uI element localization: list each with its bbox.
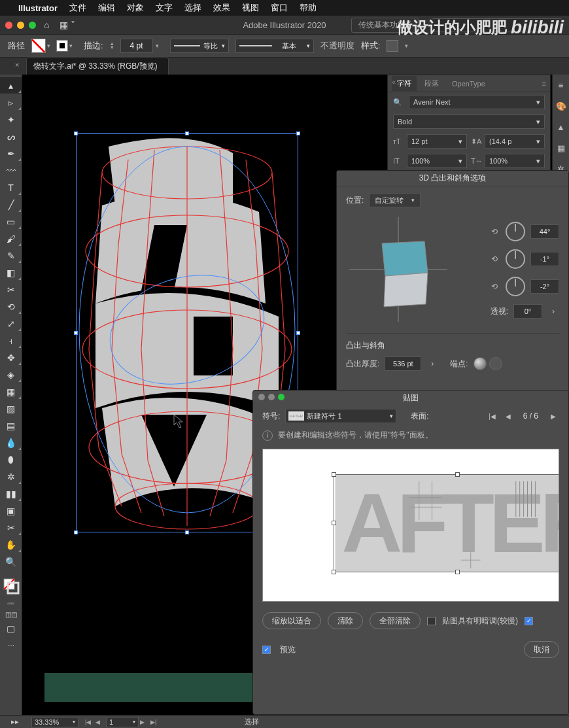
home-icon[interactable]: ⌂ xyxy=(44,20,49,30)
rotate-x-input[interactable]: 44° xyxy=(530,224,559,239)
brushes-panel-icon[interactable]: ▦ xyxy=(553,140,569,156)
artboard-prev[interactable]: ◀ xyxy=(95,719,105,725)
font-style-combo[interactable]: Bold▾ xyxy=(393,114,545,129)
mapped-symbol-bbox[interactable]: AFTER xyxy=(334,474,559,572)
fill-stroke-proxy[interactable] xyxy=(0,575,22,597)
eraser-tool[interactable]: ◧ xyxy=(0,264,22,281)
surface-next-button[interactable]: ▶ xyxy=(547,410,559,422)
graphic-style-swatch[interactable] xyxy=(387,40,398,52)
menu-object[interactable]: 对象 xyxy=(127,2,144,14)
artboard-first[interactable]: |◀ xyxy=(85,719,94,725)
panel-menu-icon[interactable]: ≡ xyxy=(542,80,546,88)
tab-paragraph[interactable]: 段落 xyxy=(419,76,444,91)
perspective-more-icon[interactable]: › xyxy=(547,305,559,317)
map-art-preview[interactable]: AFTER xyxy=(262,449,559,602)
menu-type[interactable]: 文字 xyxy=(156,2,173,14)
horizontal-scale-input[interactable]: 100%▾ xyxy=(485,154,545,168)
brush-definition[interactable]: 基本▾ xyxy=(235,39,314,53)
pencil-tool[interactable]: ✎ xyxy=(0,247,22,264)
opacity-label[interactable]: 不透明度 xyxy=(320,40,354,52)
cap-off-button[interactable] xyxy=(489,357,502,370)
scissors-tool[interactable]: ✂ xyxy=(0,281,22,298)
screen-mode[interactable]: ▢ xyxy=(0,620,22,636)
fill-swatch[interactable] xyxy=(31,39,46,53)
menu-window[interactable]: 窗口 xyxy=(271,2,288,14)
eyedropper-tool[interactable]: 💧 xyxy=(0,434,22,451)
type-tool[interactable]: T xyxy=(0,179,22,196)
cap-on-button[interactable] xyxy=(474,357,487,370)
artboard-tool[interactable]: ▣ xyxy=(0,502,22,519)
shade-artwork-checkbox[interactable] xyxy=(427,617,436,625)
mesh-tool[interactable]: ▨ xyxy=(0,400,22,417)
curvature-tool[interactable]: 〰 xyxy=(0,162,22,179)
rotate-z-dial[interactable] xyxy=(506,277,525,296)
paintbrush-tool[interactable]: 🖌 xyxy=(0,230,22,247)
selection-tool[interactable]: ▴ xyxy=(0,77,22,94)
rotate-tool[interactable]: ⟲ xyxy=(0,298,22,315)
free-transform-tool[interactable]: ✥ xyxy=(0,349,22,366)
rotate-y-dial[interactable] xyxy=(506,249,525,269)
map-max-button[interactable] xyxy=(278,394,284,400)
symbol-sprayer-tool[interactable]: ✲ xyxy=(0,468,22,485)
scale-tool[interactable]: ⤢ xyxy=(0,315,22,332)
width-tool[interactable]: ⫞ xyxy=(0,332,22,349)
zoom-level-select[interactable]: 33.33%▾ xyxy=(31,717,78,727)
stroke-swatch[interactable] xyxy=(56,40,68,52)
map-min-button[interactable] xyxy=(268,394,275,400)
artboard-last[interactable]: ▶| xyxy=(150,719,160,725)
color-panel-icon[interactable]: 🎨 xyxy=(553,98,569,114)
depth-more-icon[interactable]: › xyxy=(426,358,438,370)
pen-tool[interactable]: ✒ xyxy=(0,145,22,162)
hand-tool[interactable]: ✋ xyxy=(0,536,22,553)
artboard-next[interactable]: ▶ xyxy=(140,719,149,725)
rectangle-tool[interactable]: ▭ xyxy=(0,213,22,230)
leading-input[interactable]: (14.4 p▾ xyxy=(485,134,545,148)
stroke-weight-input[interactable]: 4 pt xyxy=(120,39,153,53)
cancel-button[interactable]: 取消 xyxy=(524,641,559,658)
window-maximize-button[interactable] xyxy=(29,22,36,29)
window-close-button[interactable] xyxy=(5,22,12,29)
menu-app[interactable]: Illustrator xyxy=(18,3,58,13)
vertical-scale-input[interactable]: 100%▾ xyxy=(407,154,467,168)
font-family-combo[interactable]: Avenir Next▾ xyxy=(409,95,545,109)
tab-opentype[interactable]: OpenType xyxy=(447,77,491,90)
invisible-geometry-checkbox[interactable]: ✓ xyxy=(525,617,533,625)
menu-file[interactable]: 文件 xyxy=(69,2,86,14)
color-mode-row[interactable]: ▫▫▫ xyxy=(0,598,22,608)
scale-to-fit-button[interactable]: 缩放以适合 xyxy=(262,612,321,629)
rotate-y-input[interactable]: -1° xyxy=(530,252,559,266)
fill-dropdown[interactable]: ▾ xyxy=(47,43,55,49)
window-minimize-button[interactable] xyxy=(17,22,24,29)
menu-view[interactable]: 视图 xyxy=(242,2,259,14)
gradient-tool[interactable]: ▤ xyxy=(0,417,22,434)
menu-select[interactable]: 选择 xyxy=(184,2,201,14)
position-select[interactable]: 自定旋转▾ xyxy=(369,193,421,207)
zoom-tool[interactable]: 🔍 xyxy=(0,553,22,570)
stroke-weight-field[interactable]: ▲▼ 4 pt ▾ xyxy=(110,39,164,53)
slice-tool[interactable]: ✂ xyxy=(0,519,22,536)
extrude-depth-input[interactable]: 536 pt xyxy=(385,356,421,371)
column-graph-tool[interactable]: ▮▮ xyxy=(0,485,22,502)
direct-selection-tool[interactable]: ▹ xyxy=(0,94,22,111)
edit-toolbar[interactable]: ⋯ xyxy=(0,637,22,653)
font-size-input[interactable]: 12 pt▾ xyxy=(407,134,467,148)
swatches-panel-icon[interactable]: ▲ xyxy=(553,119,569,135)
menu-effect[interactable]: 效果 xyxy=(213,2,230,14)
properties-panel-icon[interactable]: ≡ xyxy=(553,77,569,93)
perspective-grid-tool[interactable]: ▦ xyxy=(0,383,22,400)
artboard-number[interactable]: 1▾ xyxy=(106,717,139,727)
map-close-button[interactable] xyxy=(258,394,265,400)
symbol-select[interactable]: AFTER 新建符号 1 ▾ xyxy=(285,409,396,423)
rotate-x-dial[interactable] xyxy=(506,222,525,241)
rotate-z-input[interactable]: -2° xyxy=(530,279,559,294)
panel-collapse-icon[interactable]: « xyxy=(392,78,396,86)
magic-wand-tool[interactable]: ✦ xyxy=(0,111,22,128)
preview-checkbox[interactable]: ✓ xyxy=(262,646,271,654)
menu-edit[interactable]: 编辑 xyxy=(98,2,115,14)
menu-help[interactable]: 帮助 xyxy=(300,2,317,14)
rotation-cube-widget[interactable] xyxy=(346,214,451,325)
document-tab[interactable]: × 饶转文字.ai* @ 33.33% (RGB/预览) xyxy=(26,58,169,75)
arrange-documents-icon[interactable]: ▦ ˅ xyxy=(60,20,75,30)
clear-button[interactable]: 清除 xyxy=(328,612,363,629)
draw-mode-row[interactable]: ◫◫ xyxy=(0,609,22,619)
